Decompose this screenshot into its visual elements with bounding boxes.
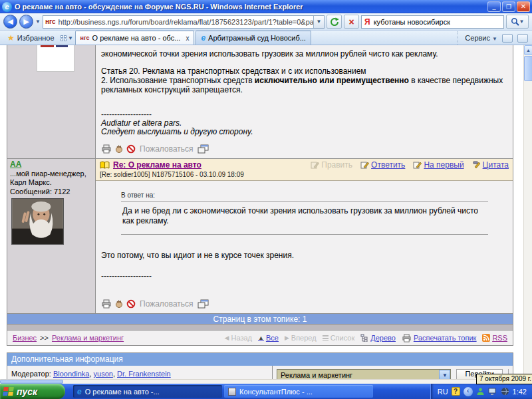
minimize-button[interactable]: _ [487,1,501,12]
additional-info-header: Дополнительная информация [7,353,513,366]
back-button[interactable]: ◀ [3,15,17,29]
post-1-avatar [37,45,74,72]
nav-all-link[interactable]: ▲Все [258,334,279,342]
messenger-tray-icon[interactable] [476,387,485,396]
author-link[interactable]: АА [10,160,21,169]
edit-action: Править [311,160,352,170]
post-2-footer-icons: Пожаловаться [101,298,506,309]
nav-rss-link[interactable]: RSS [482,334,507,342]
hand-icon[interactable] [114,299,124,309]
history-dropdown-icon[interactable]: ▼ [35,19,41,25]
task-button-forum[interactable]: e О рекламе на авто -... [73,385,222,398]
consultant-app-icon [228,388,236,396]
page-tools-icon[interactable] [517,34,528,43]
post-1-law-title: Статья 20. Реклама на транспортных средс… [101,66,506,76]
ie-page-icon: e [201,33,205,43]
post-1-law-text: 2. Использование транспортных средств ис… [101,76,506,94]
post-meta: [Re: soldier1005] N1875715106 - 03.10.09… [100,171,509,178]
copy-windows-icon[interactable] [198,299,209,309]
toolbar-right: Сервис ▼ [458,31,529,45]
first-post-action[interactable]: На первый [413,160,464,170]
quick-tabs-button[interactable]: ▼ [59,31,75,45]
copy-windows-icon[interactable] [198,144,209,154]
hide-icons-icon[interactable]: ‹ [464,387,473,396]
horizontal-scrollbar[interactable] [0,379,523,384]
search-go-button[interactable]: ▼ [506,15,529,29]
moderator-link-1[interactable]: Bloondinka [53,370,89,378]
rss-icon [482,334,490,342]
report-link[interactable]: Пожаловаться [140,299,194,309]
breadcrumb-business-link[interactable]: Бизнес [13,334,37,342]
scroll-up-icon[interactable]: ▲ [524,45,532,55]
forward-button[interactable]: ▶ [19,15,33,29]
ie-logo-icon: e [2,2,12,12]
pages-in-topic-bar: Страниц в этом топике: 1 [7,313,513,324]
hand-icon[interactable] [114,144,124,154]
nav-tree-link[interactable]: Дерево [360,334,396,342]
close-button[interactable]: ✕ [517,1,530,12]
start-button[interactable]: пуск [0,384,65,399]
select-dropdown-icon[interactable]: ▼ [439,370,450,380]
print-post-icon[interactable] [101,299,112,309]
network-tray-icon[interactable] [488,388,497,396]
address-dropdown-icon[interactable]: ▼ [313,16,324,28]
window-titlebar: e О рекламе на авто - обсуждение на Фору… [0,0,532,13]
post-title-link[interactable]: Re: О рекламе на авто [113,160,201,170]
breadcrumb-separator: >> [40,334,49,342]
tab-label[interactable]: Арбитражный суд Новосиб... [208,34,306,42]
moderator-link-2[interactable]: yuson [94,370,113,378]
language-indicator[interactable]: RU [438,388,448,396]
tree-icon [360,334,368,342]
report-link[interactable]: Пожаловаться [140,144,194,154]
report-icon[interactable] [126,299,136,309]
service-menu[interactable]: Сервис ▼ [465,34,497,42]
task-button-consultant[interactable]: КонсультантПлюс - ... [224,385,373,398]
quote-label: В ответ на: [121,192,488,199]
address-field[interactable]: нгс http://business.ngs.ru/forum/board/r… [43,15,325,29]
search-query[interactable]: куботаны новосибирск [374,18,450,26]
stop-button[interactable]: × [344,15,359,29]
report-icon[interactable] [126,144,136,154]
print-post-icon[interactable] [101,144,112,154]
globe-tray-icon[interactable] [501,387,509,396]
tab-close-icon[interactable]: x [186,35,189,42]
topic-book-icon [100,161,110,169]
search-dropdown-icon[interactable]: ▼ [519,19,525,25]
address-bar: ◀ ▶ ▼ нгс http://business.ngs.ru/forum/b… [0,13,532,31]
reply-action[interactable]: Ответить [360,160,405,170]
nav-print-topic-link[interactable]: Распечатать топик [402,334,476,342]
additional-info-section: Дополнительная информация Модератор: Blo… [7,352,513,379]
tab-forum[interactable]: нгс О рекламе на авто - обс... x [75,31,195,45]
quote-action[interactable]: Цитата [472,160,509,170]
breadcrumb-forum-link[interactable]: Реклама и маркетинг [52,334,124,342]
window-restore-icon[interactable] [502,34,513,43]
help-tray-icon[interactable]: ? [452,387,460,396]
clock[interactable]: 1:42 [513,388,527,396]
post-2-text: Это потому, что вы идиот и не в курсе то… [101,251,506,260]
tab-favicon: нгс [80,35,90,41]
forward-arrow-icon: ▶ [285,334,289,341]
first-pencil-icon [413,161,422,169]
post-1-signature-ru: Следует выслушать и другую сторону. [101,128,506,136]
tab-label[interactable]: О рекламе на авто - обс... [92,34,181,42]
ie-task-icon: e [77,387,82,396]
search-box[interactable]: Я куботаны новосибирск [361,15,504,29]
quote-pencil-icon [472,161,481,169]
vertical-scrollbar[interactable]: ▲ ▼ [523,45,532,384]
printer-icon [402,334,412,342]
post-1-body: экономической точки зрения использовать … [96,45,513,158]
posts-table: экономической точки зрения использовать … [7,45,513,333]
restore-button[interactable]: ❐ [502,1,515,12]
post-actions: Править Ответить На первый [311,160,509,170]
quick-tabs-icon [61,35,66,41]
address-url[interactable]: http://business.ngs.ru/forum/board/rekla… [59,18,313,26]
quick-tabs-dropdown-icon[interactable]: ▼ [68,35,73,41]
refresh-button[interactable] [327,15,342,29]
favorites-button[interactable]: ★ Избранное [3,31,59,45]
site-favicon: нгс [45,18,56,25]
tab-court[interactable]: e Арбитражный суд Новосиб... [196,31,311,45]
moderator-link-3[interactable]: Dr. Frankenstein [117,370,171,378]
scrollbar-thumb[interactable] [524,56,532,81]
breadcrumb: Бизнес >> Реклама и маркетинг [13,334,124,342]
forum-jump-select[interactable]: Реклама и маркетинг ▼ [277,369,451,380]
